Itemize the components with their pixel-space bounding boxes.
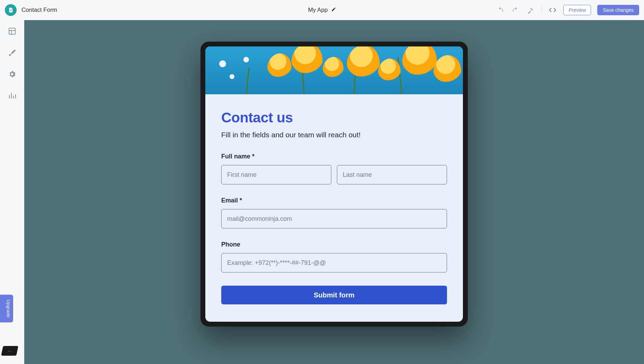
layout-icon[interactable]	[7, 26, 17, 36]
pencil-icon[interactable]	[331, 7, 336, 14]
contact-form-card: Contact us Fill in the fields and our te…	[205, 46, 463, 322]
hammer-icon[interactable]	[526, 6, 535, 15]
code-icon[interactable]	[548, 6, 557, 15]
last-name-input[interactable]	[337, 165, 447, 184]
email-label: Email *	[221, 197, 447, 204]
page-title: Contact Form	[21, 7, 57, 14]
email-input[interactable]	[221, 209, 447, 228]
analytics-icon[interactable]	[7, 91, 17, 101]
save-button[interactable]: Save changes	[597, 5, 639, 15]
canvas: Contact us Fill in the fields and our te…	[24, 20, 644, 364]
gear-icon[interactable]	[7, 69, 17, 79]
svg-rect-0	[9, 28, 15, 34]
first-name-input[interactable]	[221, 165, 331, 184]
device-frame: Contact us Fill in the fields and our te…	[200, 42, 468, 327]
upgrade-tab[interactable]: Upgrade	[0, 295, 13, 322]
divider	[542, 6, 542, 15]
topbar-actions: Preview Save changes	[496, 5, 639, 15]
preview-button[interactable]: Preview	[563, 5, 591, 15]
full-name-label: Full name *	[221, 153, 447, 160]
form-body: Contact us Fill in the fields and our te…	[205, 94, 463, 322]
form-title: Contact us	[221, 110, 447, 126]
phone-label: Phone	[221, 241, 447, 248]
undo-icon[interactable]	[496, 6, 505, 15]
phone-input[interactable]	[221, 253, 447, 272]
brush-icon[interactable]	[7, 48, 17, 58]
corner-badge[interactable]: › ‹	[1, 346, 18, 356]
submit-button[interactable]: Submit form	[221, 286, 447, 304]
app-name: My App	[308, 7, 328, 14]
app-name-editor[interactable]: My App	[308, 7, 336, 14]
topbar: Contact Form My App Preview Save changes	[0, 0, 644, 20]
redo-icon[interactable]	[511, 6, 520, 15]
form-subtitle: Fill in the fields and our team will rea…	[221, 131, 447, 139]
banner-image	[205, 46, 463, 94]
app-logo[interactable]	[5, 4, 17, 16]
